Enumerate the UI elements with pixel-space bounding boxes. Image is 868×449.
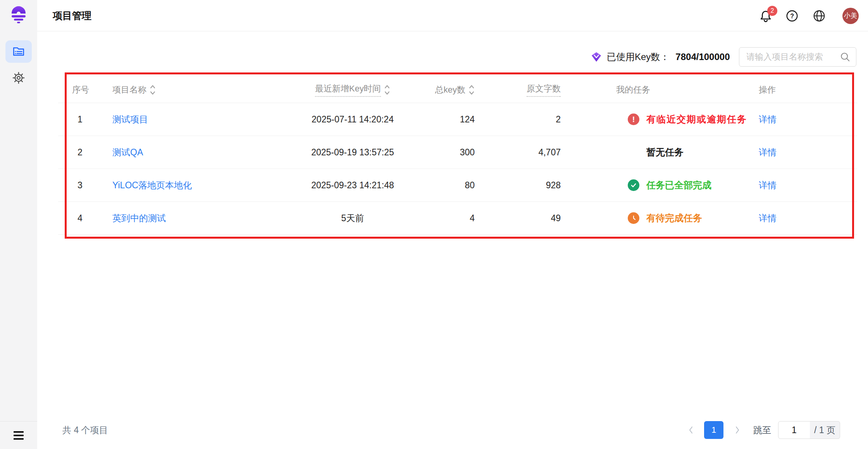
row-index: 3 [58, 180, 112, 191]
table-header-row: 序号 项目名称 最近新增Key时间 总key数 原文字数 我的任务 操作 [58, 77, 857, 103]
task-status: 任务已全部完成 [593, 179, 756, 191]
total-keys: 4 [430, 213, 508, 224]
row-index: 2 [58, 147, 112, 158]
clock-icon [628, 212, 639, 224]
last-key-time: 2025-09-23 14:21:48 [275, 180, 430, 191]
gear-icon [12, 71, 26, 85]
key-usage: 已使用Key数： 7804/100000 [591, 47, 730, 67]
col-last-key-time[interactable]: 最近新增Key时间 [275, 83, 430, 97]
total-keys: 300 [430, 147, 508, 158]
collapse-menu-icon[interactable] [14, 429, 24, 442]
notification-badge: 2 [767, 6, 777, 16]
task-status: ! 有临近交期或逾期任务 [593, 113, 756, 126]
project-link[interactable]: YiLOC落地页本地化 [112, 180, 192, 190]
key-usage-label: 已使用Key数： [607, 51, 669, 63]
project-search [739, 47, 856, 67]
col-actions: 操作 [756, 84, 857, 96]
source-words: 49 [508, 213, 593, 224]
project-link[interactable]: 测试QA [112, 147, 143, 157]
table-row: 1 测试项目 2025-07-11 14:20:24 124 2 ! 有临近交期… [58, 103, 857, 136]
folder-list-icon [12, 45, 25, 58]
sort-carets-icon[interactable] [384, 84, 390, 96]
project-link[interactable]: 测试项目 [112, 114, 148, 124]
total-projects-text: 共 4 个项目 [62, 421, 108, 439]
table-row: 4 英到中的测试 5天前 4 49 有待完成任务 详情 [58, 202, 857, 235]
col-my-tasks: 我的任务 [593, 84, 756, 96]
question-circle-icon: ? [785, 9, 799, 22]
project-management-app: 项目管理 2 ? [0, 0, 868, 449]
language-button[interactable] [811, 7, 828, 24]
user-avatar[interactable]: 小美 [842, 8, 859, 24]
sort-carets-icon[interactable] [468, 84, 475, 96]
col-source-words: 原文字数 [508, 83, 593, 97]
sidebar-footer [0, 421, 37, 449]
project-link[interactable]: 英到中的测试 [112, 213, 166, 223]
total-pages-text: / 1 页 [810, 421, 840, 439]
search-icon[interactable] [840, 52, 851, 62]
total-keys: 80 [430, 180, 508, 191]
task-status: 暂无任务 [593, 146, 756, 158]
source-words: 928 [508, 180, 593, 191]
col-index: 序号 [58, 84, 112, 96]
table-row: 2 测试QA 2025-09-19 13:57:25 300 4,707 暂无任… [58, 136, 857, 169]
key-usage-value: 7804/100000 [675, 52, 730, 62]
task-status: 有待完成任务 [593, 212, 756, 224]
row-index: 4 [58, 213, 112, 224]
row-index: 1 [58, 114, 112, 125]
col-project-name[interactable]: 项目名称 [112, 84, 275, 96]
chevron-right-icon [734, 425, 741, 435]
sidebar [0, 0, 37, 449]
source-words: 2 [508, 114, 593, 125]
notification-button[interactable]: 2 [757, 7, 774, 24]
projects-table: 序号 项目名称 最近新增Key时间 总key数 原文字数 我的任务 操作 1 测… [58, 77, 857, 235]
page-1-button[interactable]: 1 [704, 421, 723, 439]
gem-icon [591, 51, 602, 63]
table-row: 3 YiLOC落地页本地化 2025-09-23 14:21:48 80 928… [58, 169, 857, 202]
help-button[interactable]: ? [784, 7, 801, 24]
search-input[interactable] [746, 52, 840, 62]
prev-page-button[interactable] [685, 421, 697, 439]
svg-text:?: ? [790, 12, 794, 19]
globe-icon [813, 9, 826, 22]
app-logo-icon [9, 5, 28, 23]
total-keys: 124 [430, 114, 508, 125]
next-page-button[interactable] [732, 421, 743, 439]
check-icon [628, 179, 639, 191]
sidebar-item-projects[interactable] [5, 40, 32, 63]
detail-link[interactable]: 详情 [759, 180, 777, 190]
sort-carets-icon[interactable] [150, 84, 156, 96]
sidebar-item-settings[interactable] [5, 67, 32, 89]
chevron-left-icon [688, 425, 694, 435]
jump-to-label: 跳至 [753, 421, 771, 439]
header-actions: 2 ? 小美 [757, 0, 859, 31]
last-key-time: 2025-09-19 13:57:25 [275, 147, 430, 158]
detail-link[interactable]: 详情 [759, 114, 777, 124]
source-words: 4,707 [508, 147, 593, 158]
last-key-time: 5天前 [275, 212, 430, 224]
jump-page-input[interactable] [778, 421, 810, 439]
col-total-keys[interactable]: 总key数 [430, 84, 508, 96]
detail-link[interactable]: 详情 [759, 213, 777, 223]
exclamation-icon: ! [628, 114, 639, 125]
detail-link[interactable]: 详情 [759, 147, 777, 157]
last-key-time: 2025-07-11 14:20:24 [275, 114, 430, 125]
top-header: 项目管理 2 ? [37, 0, 868, 31]
page-title: 项目管理 [53, 0, 91, 31]
